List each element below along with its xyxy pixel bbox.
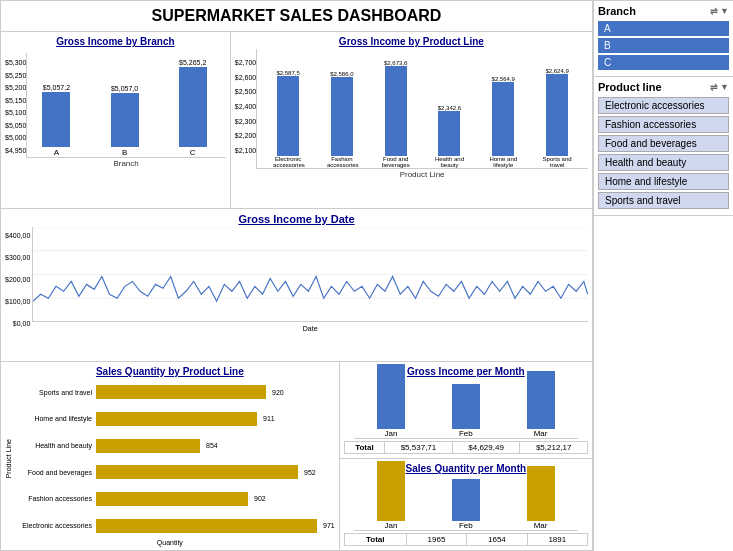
prod-bar-electronic: $2,587,5 Electronic accessories [273, 70, 303, 168]
date-x-label: Date [32, 325, 588, 332]
sales-qty-month-box: Sales Quantity per Month Jan Feb Mar [340, 459, 592, 550]
hbar-electronic: Electronic accessories 971 [12, 519, 335, 533]
branch-item-a[interactable]: A [598, 21, 729, 36]
branch-filter-label: Branch [598, 5, 636, 17]
branch-chart-box: Gross Income by Branch $5,300 $5,250 $5,… [1, 32, 231, 208]
branch-item-c[interactable]: C [598, 55, 729, 70]
branch-filter-icon[interactable]: ⇌ ▼ [710, 6, 729, 16]
product-item-sports[interactable]: Sports and travel [598, 192, 729, 209]
branch-item-b[interactable]: B [598, 38, 729, 53]
product-item-fashion[interactable]: Fashion accessories [598, 116, 729, 133]
prod-bar-health: $2,342,6 Health and beauty [434, 105, 464, 168]
quantity-bars-area: Sports and travel 920 Home and lifestyle… [12, 379, 335, 539]
sidebar: Branch ⇌ ▼ A B C Product line ⇌ ▼ Electr… [593, 0, 733, 551]
branch-chart-title: Gross Income by Branch [56, 36, 174, 47]
branch-x-label: Branch [26, 159, 225, 168]
product-filter-icon[interactable]: ⇌ ▼ [710, 82, 729, 92]
prod-bar-sports: $2,624,9 Sports and travel [542, 68, 572, 168]
gross-income-month-table: Total $5,537,71 $4,629,49 $5,212,17 [344, 441, 588, 454]
sales-qty-month-table: Total 1965 1654 1891 [344, 533, 588, 546]
month-jan-income: Jan [377, 364, 405, 438]
hbar-sports: Sports and travel 920 [12, 385, 335, 399]
date-y-axis: $400,00 $300,00 $200,00 $100,00 $0,00 [5, 232, 32, 327]
quantity-y-label: Product Line [5, 439, 12, 478]
branch-bar-b: $5,057,0 B [111, 85, 139, 157]
month-feb-qty: Feb [452, 479, 480, 530]
quantity-chart-title: Sales Quantity by Product Line [5, 366, 335, 377]
branch-y-axis: $5,300 $5,250 $5,200 $5,150 $5,100 $5,05… [5, 54, 26, 154]
date-line-svg [32, 227, 588, 322]
product-item-electronic[interactable]: Electronic accessories [598, 97, 729, 114]
month-feb-income: Feb [452, 384, 480, 438]
hbar-health: Health and beauty 854 [12, 439, 335, 453]
quantity-chart-box: Sales Quantity by Product Line Product L… [1, 362, 340, 550]
month-jan-qty: Jan [377, 461, 405, 530]
branch-filter-section: Branch ⇌ ▼ A B C [594, 1, 733, 77]
product-item-health[interactable]: Health and beauty [598, 154, 729, 171]
product-bars-area: $2,587,5 Electronic accessories $2,586,0… [256, 49, 588, 169]
branch-bar-a: $5,057,2 A [42, 84, 70, 157]
hbar-food: Food and beverages 952 [12, 465, 335, 479]
product-item-food[interactable]: Food and beverages [598, 135, 729, 152]
prod-bar-food: $2,673,6 Food and beverages [381, 60, 411, 168]
date-chart-title: Gross Income by Date [238, 213, 354, 225]
month-mar-qty: Mar [527, 466, 555, 530]
date-chart-box: Gross Income by Date $400,00 $300,00 $20… [1, 209, 592, 362]
page-title: SUPERMARKET SALES DASHBOARD [1, 1, 592, 32]
prod-bar-fashion: $2,586,0 Fashion accessories [327, 71, 357, 168]
product-line-chart-box: Gross Income by Product Line $2,700 $2,6… [231, 32, 592, 208]
product-line-chart-title: Gross Income by Product Line [339, 36, 484, 47]
gross-income-month-box: Gross Income per Month Jan Feb Mar [340, 362, 592, 459]
product-filter-label: Product line [598, 81, 662, 93]
quantity-x-label: Quantity [5, 539, 335, 546]
prod-bar-home: $2,564,9 Home and lifestyle [488, 76, 518, 168]
hbar-fashion: Fashion accessories 902 [12, 492, 335, 506]
product-item-home[interactable]: Home and lifestyle [598, 173, 729, 190]
date-chart-area: Date [32, 227, 588, 347]
product-filter-section: Product line ⇌ ▼ Electronic accessories … [594, 77, 733, 216]
branch-bar-c: $5,265,2 C [179, 59, 207, 157]
hbar-home: Home and lifestyle 911 [12, 412, 335, 426]
month-mar-income: Mar [527, 371, 555, 438]
product-y-axis: $2,700 $2,600 $2,500 $2,400 $2,300 $2,20… [235, 54, 256, 154]
product-x-label: Product Line [256, 170, 588, 179]
